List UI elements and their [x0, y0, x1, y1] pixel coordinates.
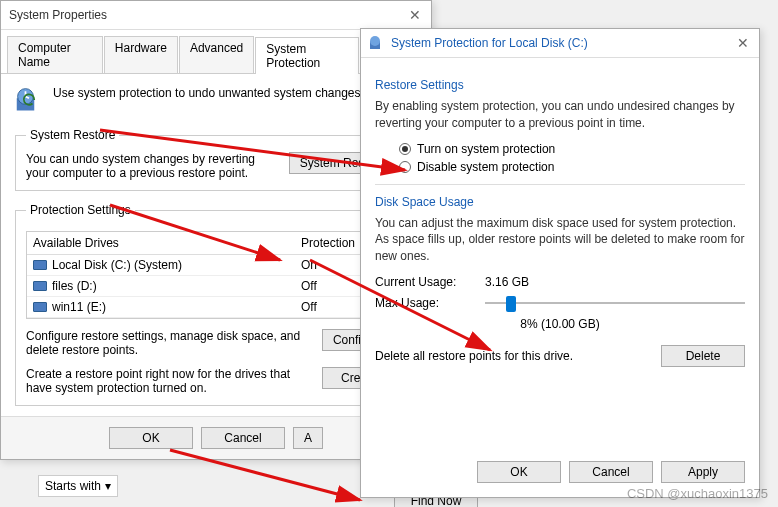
- tab-computer-name[interactable]: Computer Name: [7, 36, 103, 73]
- restore-shield-icon: [15, 86, 43, 114]
- delete-button[interactable]: Delete: [661, 345, 745, 367]
- titlebar: System Properties ✕: [1, 1, 431, 30]
- watermark: CSDN @xuchaoxin1375: [627, 486, 768, 501]
- restore-text: You can undo system changes by reverting…: [26, 152, 281, 180]
- drives-list[interactable]: Available Drives Protection Local Disk (…: [26, 231, 406, 319]
- radio-icon: [399, 143, 411, 155]
- configure-text: Configure restore settings, manage disk …: [26, 329, 314, 357]
- system-restore-legend: System Restore: [26, 128, 119, 142]
- radio-turn-on[interactable]: Turn on system protection: [399, 142, 745, 156]
- slider-track: [485, 302, 745, 304]
- radio-icon: [399, 161, 411, 173]
- divider: [375, 184, 745, 185]
- ok-button[interactable]: OK: [109, 427, 193, 449]
- disk-usage-desc: You can adjust the maximum disk space us…: [375, 215, 745, 265]
- titlebar: System Protection for Local Disk (C:) ✕: [361, 29, 759, 58]
- slider-thumb[interactable]: [506, 296, 516, 312]
- dialog-body: Restore Settings By enabling system prot…: [361, 58, 759, 379]
- max-usage-label: Max Usage:: [375, 296, 485, 310]
- dialog-title: System Protection for Local Disk (C:): [391, 36, 735, 50]
- system-restore-group: System Restore You can undo system chang…: [15, 128, 417, 191]
- current-usage-value: 3.16 GB: [485, 275, 529, 289]
- tab-hardware[interactable]: Hardware: [104, 36, 178, 73]
- max-usage-value: 8% (10.00 GB): [375, 317, 745, 331]
- radio-label: Turn on system protection: [417, 142, 555, 156]
- shield-icon: [369, 35, 385, 51]
- cancel-button[interactable]: Cancel: [201, 427, 285, 449]
- svg-point-3: [370, 36, 380, 46]
- restore-settings-desc: By enabling system protection, you can u…: [375, 98, 745, 132]
- window-title: System Properties: [9, 8, 407, 22]
- system-protection-dialog: System Protection for Local Disk (C:) ✕ …: [360, 28, 760, 498]
- cancel-button[interactable]: Cancel: [569, 461, 653, 483]
- max-usage-slider[interactable]: [485, 293, 745, 313]
- bg-filter-dropdown[interactable]: Starts with ▾: [38, 475, 118, 497]
- drive-row[interactable]: Local Disk (C:) (System) On: [27, 255, 405, 276]
- delete-desc: Delete all restore points for this drive…: [375, 349, 651, 363]
- drive-row[interactable]: files (D:) Off: [27, 276, 405, 297]
- chevron-down-icon: ▾: [105, 479, 111, 493]
- drives-header: Available Drives Protection: [27, 232, 405, 255]
- tab-system-protection[interactable]: System Protection: [255, 37, 359, 74]
- create-text: Create a restore point right now for the…: [26, 367, 314, 395]
- protection-settings-legend: Protection Settings: [26, 203, 135, 217]
- bg-filter-label: Starts with: [45, 479, 101, 493]
- info-text: Use system protection to undo unwanted s…: [53, 86, 364, 100]
- restore-settings-title: Restore Settings: [375, 78, 745, 92]
- protection-settings-group: Protection Settings Available Drives Pro…: [15, 203, 417, 406]
- close-icon[interactable]: ✕: [407, 7, 423, 23]
- apply-button[interactable]: Apply: [661, 461, 745, 483]
- drive-row[interactable]: win11 (E:) Off: [27, 297, 405, 318]
- radio-disable[interactable]: Disable system protection: [399, 160, 745, 174]
- tab-advanced[interactable]: Advanced: [179, 36, 254, 73]
- drive-icon: [33, 281, 47, 291]
- col-header-drive: Available Drives: [27, 232, 295, 254]
- current-usage-label: Current Usage:: [375, 275, 485, 289]
- disk-usage-title: Disk Space Usage: [375, 195, 745, 209]
- radio-label: Disable system protection: [417, 160, 554, 174]
- apply-button[interactable]: A: [293, 427, 323, 449]
- close-icon[interactable]: ✕: [735, 35, 751, 51]
- ok-button[interactable]: OK: [477, 461, 561, 483]
- drive-icon: [33, 260, 47, 270]
- drive-icon: [33, 302, 47, 312]
